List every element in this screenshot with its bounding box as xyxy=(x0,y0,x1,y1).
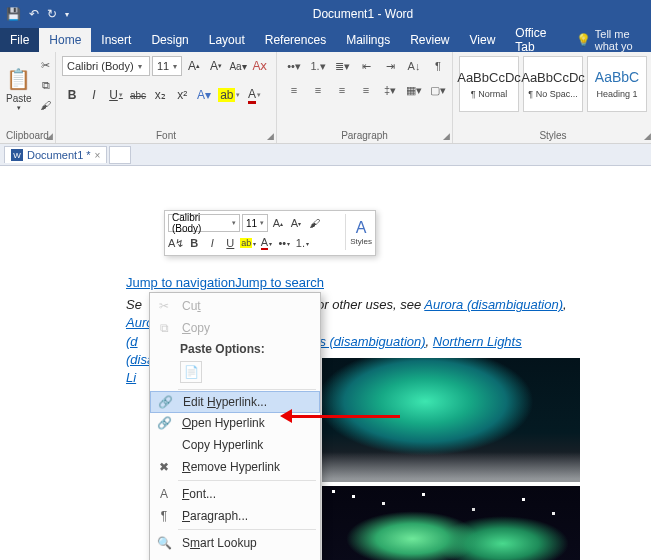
link-aurora-disambiguation[interactable]: Aurora (disambiguation) xyxy=(424,297,563,312)
style-preview: AaBbC xyxy=(595,69,639,85)
tell-me[interactable]: 💡 Tell me what yo xyxy=(568,28,651,52)
bullets-button[interactable]: ••▾ xyxy=(283,56,305,76)
paste-button[interactable]: 📋 Paste ▾ xyxy=(6,56,32,122)
paste-keep-text-icon[interactable]: 📄 xyxy=(180,361,202,383)
sort-button[interactable]: A↓ xyxy=(403,56,425,76)
align-center-button[interactable]: ≡ xyxy=(307,80,329,100)
tab-mailings[interactable]: Mailings xyxy=(336,28,400,52)
group-paragraph: ••▾ 1.▾ ≣▾ ⇤ ⇥ A↓ ¶ ≡ ≡ ≡ ≡ ‡▾ ▦▾ ▢▾ Par… xyxy=(277,52,453,143)
italic-button[interactable]: I xyxy=(84,84,104,106)
tab-layout[interactable]: Layout xyxy=(199,28,255,52)
format-painter-button[interactable]: 🖌 xyxy=(36,96,56,114)
mt-autoformat[interactable]: A↯ xyxy=(168,234,184,252)
mt-underline[interactable]: U xyxy=(222,234,238,252)
decrease-indent-button[interactable]: ⇤ xyxy=(355,56,377,76)
style-heading1[interactable]: AaBbC Heading 1 xyxy=(587,56,647,112)
ctx-synonyms[interactable]: Synonyms▶ xyxy=(150,554,320,560)
undo-icon[interactable]: ↶ xyxy=(29,7,39,21)
line-spacing-button[interactable]: ‡▾ xyxy=(379,80,401,100)
mt-italic[interactable]: I xyxy=(204,234,220,252)
tab-references[interactable]: References xyxy=(255,28,336,52)
cut-icon: ✂ xyxy=(154,299,174,313)
mt-size-combo[interactable]: 11▾ xyxy=(242,214,268,232)
image-aurora-1[interactable] xyxy=(322,358,580,482)
redo-icon[interactable]: ↻ xyxy=(47,7,57,21)
show-marks-button[interactable]: ¶ xyxy=(427,56,449,76)
text-effects-button[interactable]: A▾ xyxy=(194,84,214,106)
tab-home[interactable]: Home xyxy=(39,28,91,52)
font-color-button[interactable]: A▾ xyxy=(244,84,264,106)
text-fragment: For other uses, see xyxy=(309,297,424,312)
mt-font-combo[interactable]: Calibri (Body)▾ xyxy=(168,214,240,232)
align-right-button[interactable]: ≡ xyxy=(331,80,353,100)
tab-view[interactable]: View xyxy=(460,28,506,52)
tab-design[interactable]: Design xyxy=(141,28,198,52)
tab-office-tab[interactable]: Office Tab xyxy=(505,28,568,52)
numbering-button[interactable]: 1.▾ xyxy=(307,56,329,76)
mt-font-color[interactable]: A▾ xyxy=(258,234,274,252)
new-tab-button[interactable] xyxy=(109,146,131,164)
link-jump-navigation[interactable]: Jump to navigation xyxy=(126,275,235,290)
mt-styles-button[interactable]: A Styles xyxy=(345,214,372,250)
link-fragment[interactable]: (d xyxy=(126,334,138,349)
tab-file[interactable]: File xyxy=(0,28,39,52)
ctx-edit-hyperlink[interactable]: 🔗Edit Hyperlink... xyxy=(150,391,320,413)
link-jump-search[interactable]: Jump to search xyxy=(235,275,324,290)
ctx-paragraph[interactable]: ¶Paragraph... xyxy=(150,505,320,527)
title-bar: 💾 ↶ ↻ ▾ Document1 - Word xyxy=(0,0,651,28)
style-no-spacing[interactable]: AaBbCcDc ¶ No Spac... xyxy=(523,56,583,112)
strikethrough-button[interactable]: abc xyxy=(128,84,148,106)
text-fragment: Se xyxy=(126,297,142,312)
styles-launcher-icon[interactable]: ◢ xyxy=(644,131,651,141)
paragraph-launcher-icon[interactable]: ◢ xyxy=(443,131,450,141)
mt-bold[interactable]: B xyxy=(186,234,202,252)
image-aurora-2[interactable] xyxy=(322,486,580,560)
tab-insert[interactable]: Insert xyxy=(91,28,141,52)
shading-button[interactable]: ▦▾ xyxy=(403,80,425,100)
clipboard-launcher-icon[interactable]: ◢ xyxy=(46,131,53,141)
align-left-button[interactable]: ≡ xyxy=(283,80,305,100)
ctx-smart-lookup[interactable]: 🔍Smart Lookup xyxy=(150,532,320,554)
mt-highlight[interactable]: ab▾ xyxy=(240,234,256,252)
mt-grow-font[interactable]: A▴ xyxy=(270,214,286,232)
group-label-font: Font xyxy=(62,128,270,141)
style-normal[interactable]: AaBbCcDc ¶ Normal xyxy=(459,56,519,112)
multilevel-button[interactable]: ≣▾ xyxy=(331,56,353,76)
mt-shrink-font[interactable]: A▾ xyxy=(288,214,304,232)
remove-hyperlink-icon: ✖ xyxy=(154,460,174,474)
qat-dropdown-icon[interactable]: ▾ xyxy=(65,10,69,19)
close-icon[interactable]: × xyxy=(95,150,101,161)
shrink-font-button[interactable]: A▾ xyxy=(206,56,226,76)
ctx-font[interactable]: AFont... xyxy=(150,483,320,505)
borders-button[interactable]: ▢▾ xyxy=(427,80,449,100)
underline-button[interactable]: U▾ xyxy=(106,84,126,106)
mt-font-value: Calibri (Body) xyxy=(172,212,229,234)
tab-review[interactable]: Review xyxy=(400,28,459,52)
paragraph-icon: ¶ xyxy=(154,509,174,523)
copy-button[interactable]: ⧉ xyxy=(36,76,56,94)
font-launcher-icon[interactable]: ◢ xyxy=(267,131,274,141)
link-fragment-li[interactable]: Li xyxy=(126,370,136,385)
superscript-button[interactable]: x² xyxy=(172,84,192,106)
cut-button[interactable]: ✂ xyxy=(36,56,56,74)
justify-button[interactable]: ≡ xyxy=(355,80,377,100)
grow-font-button[interactable]: A▴ xyxy=(184,56,204,76)
subscript-button[interactable]: x₂ xyxy=(150,84,170,106)
mt-format-painter[interactable]: 🖌 xyxy=(306,214,322,232)
highlight-button[interactable]: ab▾ xyxy=(216,84,242,106)
mt-numbering[interactable]: 1.▾ xyxy=(294,234,310,252)
font-size-combo[interactable]: 11▾ xyxy=(152,56,182,76)
bold-button[interactable]: B xyxy=(62,84,82,106)
mt-bullets[interactable]: ••▾ xyxy=(276,234,292,252)
font-name-combo[interactable]: Calibri (Body)▾ xyxy=(62,56,150,76)
style-label: Heading 1 xyxy=(596,89,637,99)
document-area[interactable]: Calibri (Body)▾ 11▾ A▴ A▾ 🖌 A↯ B I U ab▾… xyxy=(0,166,651,560)
clear-formatting-button[interactable]: A𝗑 xyxy=(250,56,270,76)
ctx-remove-hyperlink[interactable]: ✖Remove Hyperlink xyxy=(150,456,320,478)
mini-toolbar: Calibri (Body)▾ 11▾ A▴ A▾ 🖌 A↯ B I U ab▾… xyxy=(164,210,376,256)
document-tab[interactable]: W Document1 * × xyxy=(4,146,107,163)
increase-indent-button[interactable]: ⇥ xyxy=(379,56,401,76)
ctx-copy-hyperlink[interactable]: Copy Hyperlink xyxy=(150,434,320,456)
change-case-button[interactable]: Aa▾ xyxy=(228,56,248,76)
save-icon[interactable]: 💾 xyxy=(6,7,21,21)
